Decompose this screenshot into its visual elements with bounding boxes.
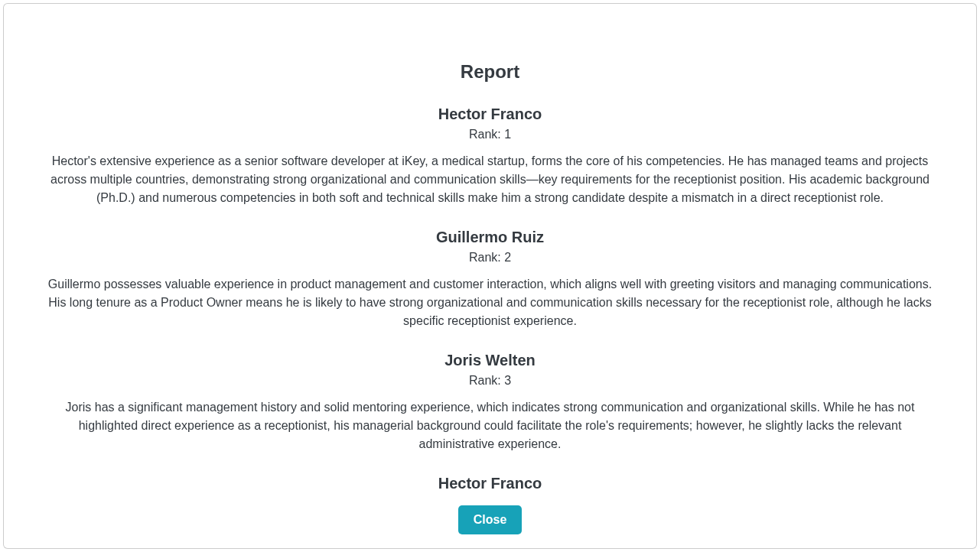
candidate-description: Guillermo possesses valuable experience … <box>42 275 938 330</box>
candidate-name: Hector Franco <box>42 475 938 492</box>
candidate-rank: Rank: 2 <box>42 251 938 265</box>
modal-body[interactable]: Report Hector FrancoRank: 1Hector's exte… <box>4 4 976 495</box>
candidate-name: Hector Franco <box>42 106 938 123</box>
candidate-name: Guillermo Ruiz <box>42 229 938 246</box>
candidate-description: Joris has a significant management histo… <box>42 398 938 453</box>
close-button[interactable]: Close <box>458 505 523 534</box>
candidate-block: Hector FrancoRank: 4This is a different … <box>42 475 938 495</box>
report-title: Report <box>42 61 938 83</box>
candidate-block: Joris WeltenRank: 3Joris has a significa… <box>42 352 938 453</box>
candidate-rank: Rank: 1 <box>42 128 938 141</box>
candidate-block: Guillermo RuizRank: 2Guillermo possesses… <box>42 229 938 330</box>
report-modal: Report Hector FrancoRank: 1Hector's exte… <box>3 3 977 549</box>
candidate-rank: Rank: 3 <box>42 374 938 388</box>
candidate-description: Hector's extensive experience as a senio… <box>42 152 938 207</box>
candidate-block: Hector FrancoRank: 1Hector's extensive e… <box>42 106 938 207</box>
candidate-name: Joris Welten <box>42 352 938 369</box>
modal-footer: Close <box>4 495 976 548</box>
